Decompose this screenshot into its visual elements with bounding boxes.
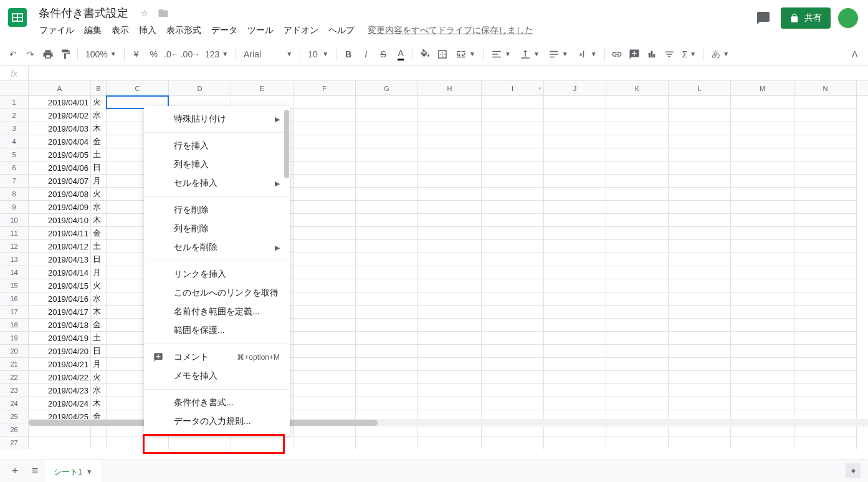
cell[interactable] — [356, 292, 418, 306]
cell[interactable] — [669, 279, 731, 292]
cell[interactable]: 2019/04/01 — [29, 96, 91, 109]
cell[interactable] — [482, 135, 544, 148]
cell[interactable] — [356, 279, 418, 292]
cell[interactable] — [544, 148, 606, 161]
col-header-J[interactable]: J — [544, 81, 606, 95]
cell[interactable] — [482, 319, 544, 332]
row-header[interactable]: 18 — [0, 319, 29, 332]
cell[interactable] — [731, 227, 794, 240]
cell[interactable] — [482, 306, 544, 319]
row-header[interactable]: 9 — [0, 201, 29, 214]
cell[interactable] — [731, 371, 794, 384]
strikethrough-button[interactable]: S — [375, 46, 391, 62]
cell[interactable] — [91, 436, 107, 449]
cell[interactable] — [544, 122, 606, 135]
cell[interactable] — [669, 161, 731, 175]
format-percent-button[interactable]: % — [146, 46, 162, 62]
cell[interactable] — [418, 358, 482, 371]
cell[interactable] — [482, 148, 544, 161]
cell[interactable] — [293, 161, 356, 175]
row-header[interactable]: 2 — [0, 109, 29, 122]
cm-protect-range[interactable]: 範囲を保護... — [144, 321, 290, 340]
cell[interactable] — [544, 240, 606, 253]
functions-button[interactable]: Σ▼ — [679, 46, 700, 62]
cell[interactable] — [356, 227, 418, 240]
cell[interactable] — [794, 122, 857, 135]
cell[interactable] — [606, 384, 669, 397]
cell[interactable] — [293, 292, 356, 306]
cell[interactable]: 火 — [91, 279, 107, 292]
cell[interactable] — [669, 384, 731, 397]
cell[interactable] — [794, 135, 857, 148]
insert-chart-button[interactable] — [644, 46, 660, 62]
cell[interactable] — [482, 345, 544, 358]
cell[interactable]: 金 — [91, 135, 107, 148]
cell[interactable] — [356, 397, 418, 410]
cell[interactable] — [606, 240, 669, 253]
cell[interactable] — [794, 201, 857, 214]
col-header-K[interactable]: K — [606, 81, 669, 95]
cell[interactable] — [669, 227, 731, 240]
cell[interactable] — [293, 332, 356, 345]
cm-delete-col[interactable]: 列を削除 — [144, 219, 290, 238]
cell[interactable] — [418, 319, 482, 332]
row-header[interactable]: 23 — [0, 384, 29, 397]
cell[interactable] — [418, 148, 482, 161]
cell[interactable] — [669, 240, 731, 253]
sheets-logo[interactable] — [5, 5, 30, 30]
increase-decimal-button[interactable]: .00→ — [181, 46, 200, 62]
cell[interactable]: 2019/04/16 — [29, 292, 91, 306]
cell[interactable] — [731, 279, 794, 292]
cell[interactable] — [794, 266, 857, 279]
cell[interactable] — [669, 253, 731, 266]
cell[interactable] — [356, 371, 418, 384]
cell[interactable]: 水 — [91, 384, 107, 397]
cell[interactable] — [293, 253, 356, 266]
cell[interactable]: 2019/04/21 — [29, 358, 91, 371]
col-header-C[interactable]: C — [107, 81, 169, 95]
cell[interactable] — [606, 397, 669, 410]
redo-button[interactable]: ↷ — [22, 46, 39, 62]
cell[interactable] — [356, 332, 418, 345]
cell[interactable] — [418, 253, 482, 266]
cell[interactable] — [544, 214, 606, 227]
cell[interactable] — [731, 161, 794, 175]
cell[interactable] — [544, 161, 606, 175]
cell[interactable] — [356, 240, 418, 253]
cell[interactable]: 水 — [91, 292, 107, 306]
menu-file[interactable]: ファイル — [35, 22, 79, 39]
cell[interactable] — [544, 109, 606, 122]
col-header-M[interactable]: M — [731, 81, 794, 95]
zoom-dropdown[interactable]: 100%▼ — [82, 46, 120, 62]
cell[interactable] — [606, 201, 669, 214]
cell[interactable] — [669, 148, 731, 161]
cell[interactable] — [293, 109, 356, 122]
cell[interactable] — [356, 109, 418, 122]
cell[interactable] — [794, 240, 857, 253]
cell[interactable] — [731, 345, 794, 358]
text-rotation-button[interactable]: ▼ — [573, 46, 601, 62]
cm-comment[interactable]: コメント⌘+option+M — [144, 348, 290, 367]
cell[interactable] — [544, 306, 606, 319]
cell[interactable]: 土 — [91, 148, 107, 161]
menu-view[interactable]: 表示 — [107, 22, 133, 39]
cell[interactable]: 2019/04/20 — [29, 345, 91, 358]
cell[interactable] — [482, 227, 544, 240]
cell[interactable] — [606, 292, 669, 306]
cell[interactable] — [293, 319, 356, 332]
cell[interactable] — [356, 358, 418, 371]
save-status[interactable]: 変更内容をすべてドライブに保存しました — [368, 25, 533, 36]
menu-insert[interactable]: 挿入 — [135, 22, 161, 39]
cell[interactable]: 月 — [91, 175, 107, 188]
row-header[interactable]: 26 — [0, 423, 29, 436]
cm-data-validation[interactable]: データの入力規則... — [144, 412, 290, 431]
cell[interactable]: 2019/04/12 — [29, 240, 91, 253]
cell[interactable] — [293, 135, 356, 148]
comments-button[interactable] — [753, 8, 773, 28]
cell[interactable] — [794, 332, 857, 345]
cell[interactable] — [794, 371, 857, 384]
cell[interactable] — [418, 122, 482, 135]
all-sheets-button[interactable]: ≡ — [25, 461, 45, 481]
row-header[interactable]: 24 — [0, 397, 29, 410]
cell[interactable] — [356, 122, 418, 135]
